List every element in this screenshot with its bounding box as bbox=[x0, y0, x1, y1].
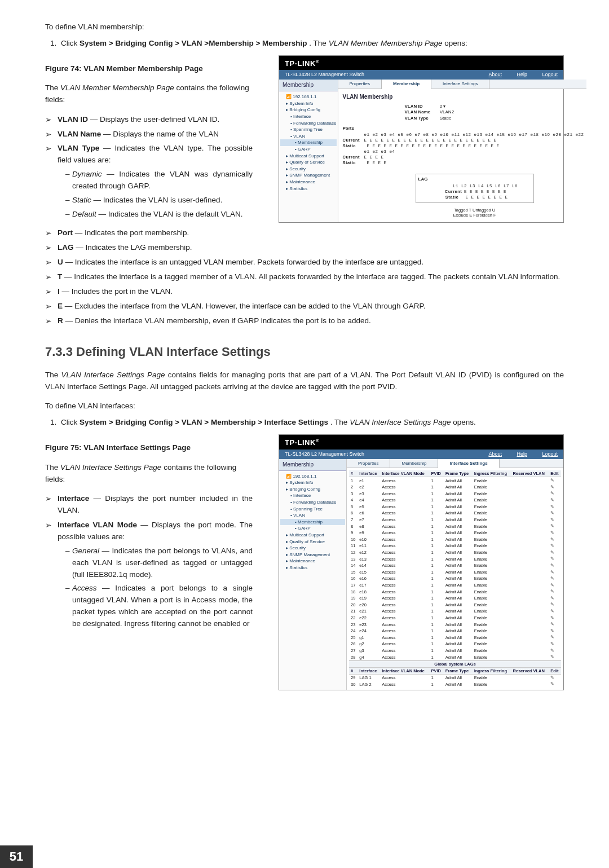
tree-item[interactable]: ▸ Quality of Service bbox=[280, 159, 337, 166]
edit-icon[interactable] bbox=[549, 674, 561, 681]
tree-item[interactable]: • Membership bbox=[280, 139, 337, 146]
edit-icon[interactable] bbox=[549, 490, 561, 497]
table-row: 28g4Access1Admit AllEnable bbox=[349, 654, 561, 660]
tree-item[interactable]: ▸ Bridging Config bbox=[280, 107, 337, 113]
fig75-tree[interactable]: 📶 192.168.1.1▸ System Info▸ Bridging Con… bbox=[280, 473, 345, 571]
figure74: TP-LINK® TL-SL3428 L2 Management Switch … bbox=[279, 55, 564, 223]
tab-membership[interactable]: Membership bbox=[390, 459, 438, 468]
edit-icon[interactable] bbox=[549, 523, 561, 530]
field-item: VLAN ID — Displays the user-defined VLAN… bbox=[45, 114, 253, 126]
tab-interface-settings[interactable]: Interface Settings bbox=[431, 80, 489, 89]
fig75-tabs: Properties Membership Interface Settings bbox=[347, 459, 563, 469]
vlan-id-select[interactable]: 2 ▾ bbox=[440, 104, 446, 109]
tree-item[interactable]: ▸ SNMP Management bbox=[280, 552, 345, 558]
table-row: 30LAG 2Access1Admit AllEnable bbox=[349, 681, 561, 688]
edit-icon[interactable] bbox=[549, 530, 561, 536]
tab-membership[interactable]: Membership bbox=[382, 80, 431, 89]
tree-item[interactable]: ▸ Statistics bbox=[280, 565, 345, 571]
table-row: 26g2Access1Admit AllEnable bbox=[349, 641, 561, 647]
edit-icon[interactable] bbox=[549, 588, 561, 595]
tree-item[interactable]: ▸ Multicast Support bbox=[280, 153, 337, 160]
edit-icon[interactable] bbox=[549, 549, 561, 556]
global-lags-header: Global system LAGs bbox=[349, 660, 561, 667]
edit-icon[interactable] bbox=[549, 575, 561, 582]
tree-item[interactable]: • GARP bbox=[280, 525, 345, 532]
edit-icon[interactable] bbox=[549, 556, 561, 562]
tree-item[interactable]: • Interface bbox=[280, 113, 337, 120]
link-about[interactable]: About bbox=[488, 72, 502, 77]
edit-icon[interactable] bbox=[549, 641, 561, 647]
tree-item[interactable]: • Interface bbox=[280, 492, 345, 499]
link-logout[interactable]: Logout bbox=[542, 451, 558, 457]
edit-icon[interactable] bbox=[549, 608, 561, 615]
interface-table: #InterfaceInterface VLAN ModePVIDFrame T… bbox=[349, 470, 561, 688]
table-row: 1e1Access1Admit AllEnable bbox=[349, 477, 561, 484]
tab-properties[interactable]: Properties bbox=[347, 459, 390, 468]
edit-icon[interactable] bbox=[549, 510, 561, 517]
lag-box: LAG L1 L2 L3 L4 L5 L6 L7 L8 CurrentE E E… bbox=[416, 174, 534, 203]
link-help[interactable]: Help bbox=[517, 72, 527, 77]
link-help[interactable]: Help bbox=[517, 451, 527, 457]
edit-icon[interactable] bbox=[549, 601, 561, 608]
table-row: 18e18Access1Admit AllEnable bbox=[349, 588, 561, 595]
tree-item[interactable]: • VLAN bbox=[280, 133, 337, 140]
fig74-tree[interactable]: 📶 192.168.1.1▸ System Info▸ Bridging Con… bbox=[280, 94, 337, 192]
section-7-3-3-heading: 7.3.3 Defining VLAN Interface Settings bbox=[45, 342, 564, 362]
tree-item[interactable]: ▸ Security bbox=[280, 545, 345, 552]
tree-item[interactable]: • GARP bbox=[280, 146, 337, 153]
edit-icon[interactable] bbox=[549, 628, 561, 635]
edit-icon[interactable] bbox=[549, 634, 561, 641]
tree-item[interactable]: • Spanning Tree bbox=[280, 126, 337, 133]
edit-icon[interactable] bbox=[549, 477, 561, 484]
table-row: 6e6Access1Admit AllEnable bbox=[349, 510, 561, 517]
tree-item[interactable]: • Membership bbox=[280, 519, 345, 526]
s1-step1: Click System > Bridging Config > VLAN >M… bbox=[59, 38, 564, 50]
field-sub-item: General — Indicates the port belongs to … bbox=[65, 545, 253, 581]
tree-item[interactable]: ▸ Quality of Service bbox=[280, 539, 345, 545]
tree-item[interactable]: ▸ SNMP Management bbox=[280, 172, 337, 179]
edit-icon[interactable] bbox=[549, 517, 561, 523]
edit-icon[interactable] bbox=[549, 615, 561, 622]
fig74-sidebar: Membership 📶 192.168.1.1▸ System Info▸ B… bbox=[279, 80, 338, 222]
edit-icon[interactable] bbox=[549, 595, 561, 602]
table-row: 2e2Access1Admit AllEnable bbox=[349, 484, 561, 491]
s1-intro: To define VLAN membership: bbox=[45, 21, 564, 33]
edit-icon[interactable] bbox=[549, 654, 561, 660]
field-item: U — Indicates the interface is an untagg… bbox=[45, 257, 564, 268]
table-row: 10e10Access1Admit AllEnable bbox=[349, 536, 561, 543]
table-row: 9e9Access1Admit AllEnable bbox=[349, 530, 561, 536]
edit-icon[interactable] bbox=[549, 543, 561, 549]
fig74-caption: Figure 74: VLAN Member Membership Page bbox=[45, 63, 253, 75]
edit-icon[interactable] bbox=[549, 497, 561, 504]
tree-item[interactable]: ▸ System Info bbox=[280, 100, 337, 107]
s1-steps: Click System > Bridging Config > VLAN >M… bbox=[45, 38, 564, 50]
edit-icon[interactable] bbox=[549, 647, 561, 654]
s1-step-pagename: VLAN Member Membership Page bbox=[329, 39, 443, 47]
tree-item[interactable]: ▸ Bridging Config bbox=[280, 486, 345, 493]
tree-item[interactable]: ▸ Maintenance bbox=[280, 558, 345, 565]
tree-item[interactable]: ▸ Multicast Support bbox=[280, 532, 345, 539]
edit-icon[interactable] bbox=[549, 582, 561, 589]
tree-item[interactable]: • Forwarding Database bbox=[280, 499, 345, 506]
edit-icon[interactable] bbox=[549, 562, 561, 569]
tree-item[interactable]: • VLAN bbox=[280, 512, 345, 519]
tree-item[interactable]: • Forwarding Database bbox=[280, 120, 337, 127]
port-static-row[interactable]: E E E E E E E E E E E E E E E E E E E E … bbox=[364, 144, 500, 148]
edit-icon[interactable] bbox=[549, 569, 561, 576]
link-about[interactable]: About bbox=[488, 451, 502, 457]
edit-icon[interactable] bbox=[549, 484, 561, 491]
tree-item[interactable]: ▸ Maintenance bbox=[280, 179, 337, 186]
tab-properties[interactable]: Properties bbox=[338, 80, 382, 89]
edit-icon[interactable] bbox=[549, 681, 561, 688]
edit-icon[interactable] bbox=[549, 504, 561, 510]
edit-icon[interactable] bbox=[549, 536, 561, 543]
edit-icon[interactable] bbox=[549, 621, 561, 628]
link-logout[interactable]: Logout bbox=[542, 72, 558, 77]
tree-item[interactable]: ▸ Statistics bbox=[280, 186, 337, 192]
field-sub-item: Dynamic — Indicates the VLAN was dynamic… bbox=[65, 169, 253, 192]
tree-item[interactable]: • Spanning Tree bbox=[280, 506, 345, 513]
tab-interface-settings[interactable]: Interface Settings bbox=[438, 459, 499, 469]
tree-item[interactable]: ▸ System Info bbox=[280, 479, 345, 486]
table-row: 11e11Access1Admit AllEnable bbox=[349, 543, 561, 549]
tree-item[interactable]: ▸ Security bbox=[280, 166, 337, 173]
